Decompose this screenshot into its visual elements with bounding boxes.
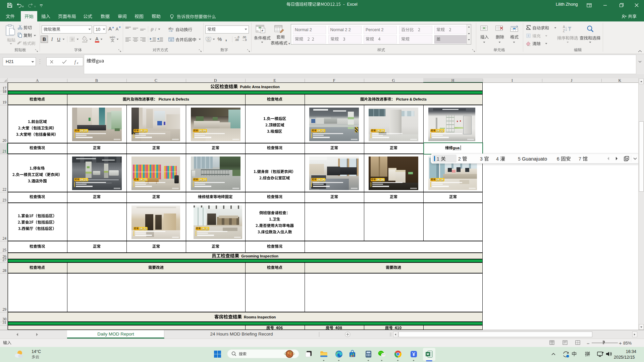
svg-text:f: f bbox=[74, 60, 76, 65]
svg-text:≠: ≠ bbox=[261, 28, 263, 33]
svg-text:Z: Z bbox=[563, 29, 565, 33]
svg-text:c: c bbox=[172, 27, 174, 31]
svg-text:A: A bbox=[563, 25, 565, 29]
svg-text:x: x bbox=[76, 61, 78, 65]
svg-text:ab: ab bbox=[168, 27, 172, 30]
svg-text:ab: ab bbox=[151, 26, 155, 32]
